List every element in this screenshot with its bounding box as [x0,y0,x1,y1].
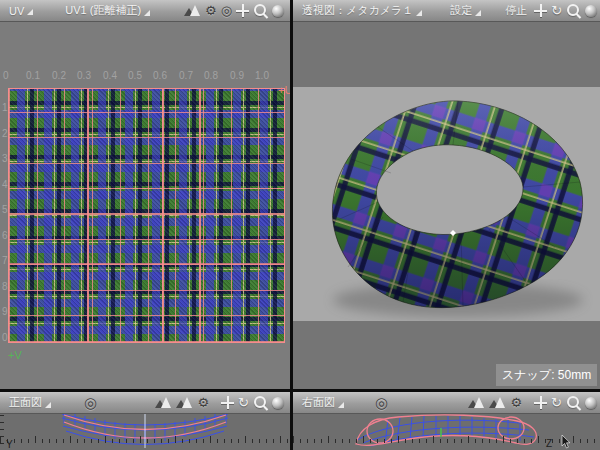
sphere-icon[interactable] [272,397,284,409]
right-view-panel: 右面図 ◎ ⚙ ↻ Z [293,392,600,450]
view-menu-button[interactable]: 透視図：メタカメラ１ [297,3,427,18]
torus-mesh[interactable] [332,101,582,308]
front-ruler-vertical [0,414,4,444]
u-tick-label: 0.5 [128,70,142,81]
panel-splitter-horizontal[interactable] [0,389,600,392]
u-tick-label: 0.1 [26,70,40,81]
u-tick-label: 0.2 [52,70,66,81]
uv-map-label: UV1 (距離補正) [65,3,141,18]
settings-menu-label: 設定 [450,3,472,18]
front-axis-label: Y [6,439,13,450]
target-icon[interactable]: ◎ [375,395,388,410]
u-tick-label: 0.6 [153,70,167,81]
right-ruler-horizontal-minor [293,439,600,443]
v-axis-label: +V [8,349,22,361]
v-tick-label: 1 [2,102,8,113]
lighting-icon[interactable] [176,396,193,409]
target-icon[interactable]: ◎ [221,4,232,17]
uv-seam-line [87,88,89,343]
v-tick-label: 4 [2,179,8,190]
u-tick-label: 0.3 [77,70,91,81]
texture-display-icon[interactable] [155,396,172,409]
texture-display-icon[interactable] [468,396,485,409]
stop-button[interactable]: 停止 [500,3,532,18]
dropdown-icon [27,9,33,15]
perspective-toolbar: 透視図：メタカメラ１ 設定 停止 ↻ [293,0,600,22]
uv-menu-button[interactable]: UV [4,5,38,17]
right-toolbar: 右面図 ◎ ⚙ ↻ [293,392,600,414]
pan-icon[interactable] [534,396,547,409]
dropdown-icon [338,402,344,408]
right-axis-label: Z [546,438,552,449]
right-view-label: 右面図 [302,395,335,410]
settings-menu-button[interactable]: 設定 [445,3,486,18]
perspective-panel: 透視図：メタカメラ１ 設定 停止 ↻ [293,0,600,389]
pan-icon[interactable] [534,4,547,17]
zoom-icon[interactable] [566,3,581,18]
gear-icon[interactable]: ⚙ [205,4,217,17]
dropdown-icon [45,402,51,408]
u-tick-label: 0 [3,70,9,81]
pan-icon[interactable] [236,4,249,17]
v-tick-label: 6 [2,230,8,241]
v-tick-label: 9 [2,306,8,317]
front-wireframe-view[interactable] [0,414,290,450]
uv-menu-label: UV [9,5,24,17]
zoom-icon[interactable] [566,395,581,410]
v-tick-label: 0 [2,332,8,343]
gear-icon[interactable]: ⚙ [197,396,209,409]
front-ruler-horizontal-minor [0,439,290,443]
uv-editor-panel: UV UV1 (距離補正) ⚙ ◎ 0 0.1 0.2 0.3 0.4 0.5 … [0,0,290,389]
gear-icon[interactable]: ⚙ [510,396,522,409]
rotate-icon[interactable]: ↻ [238,396,249,409]
rotate-icon[interactable]: ↻ [551,396,562,409]
u-axis-label: +U [278,84,290,96]
right-view-menu-button[interactable]: 右面図 [297,395,349,410]
v-tick-label: 7 [2,255,8,266]
dropdown-icon [416,10,422,16]
lighting-icon[interactable] [489,396,506,409]
perspective-viewport[interactable] [293,87,600,321]
front-toolbar: 正面図 ◎ ⚙ ↻ [0,392,290,414]
rotate-icon[interactable]: ↻ [551,4,562,17]
uv-toolbar: UV UV1 (距離補正) ⚙ ◎ [0,0,290,22]
sphere-icon[interactable] [585,397,597,409]
mouse-cursor [561,435,573,449]
v-tick-label: 5 [2,204,8,215]
right-wireframe-view[interactable] [293,414,600,450]
texture-display-icon[interactable] [184,4,201,17]
uv-seam-line [199,88,201,343]
snap-status-badge: スナップ: 50mm [496,364,597,386]
torus-render[interactable] [293,87,600,321]
front-view-panel: 正面図 ◎ ⚙ ↻ Y [0,392,290,450]
snap-status-text: スナップ: 50mm [502,367,591,384]
front-view-label: 正面図 [9,395,42,410]
target-icon[interactable]: ◎ [84,395,97,410]
panel-splitter-vertical[interactable] [290,0,293,450]
uv-map-select-button[interactable]: UV1 (距離補正) [60,3,155,18]
sphere-icon[interactable] [585,5,597,17]
pan-icon[interactable] [221,396,234,409]
uv-seam-line [8,263,285,265]
uv-seam-line [162,88,164,343]
stop-button-label: 停止 [505,3,527,18]
u-tick-label: 0.9 [230,70,244,81]
u-tick-label: 1.0 [255,70,269,81]
sphere-icon[interactable] [272,5,284,17]
dropdown-icon [144,10,150,16]
zoom-icon[interactable] [253,395,268,410]
v-tick-label: 3 [2,153,8,164]
u-tick-label: 0.8 [204,70,218,81]
u-tick-label: 0.7 [179,70,193,81]
zoom-icon[interactable] [253,3,268,18]
v-tick-label: 8 [2,281,8,292]
uv-wireframe-grid[interactable] [8,88,285,343]
view-menu-label: 透視図：メタカメラ１ [302,3,413,18]
v-tick-label: 2 [2,128,8,139]
front-view-menu-button[interactable]: 正面図 [4,395,56,410]
dropdown-icon [475,10,481,16]
u-tick-label: 0.4 [103,70,117,81]
